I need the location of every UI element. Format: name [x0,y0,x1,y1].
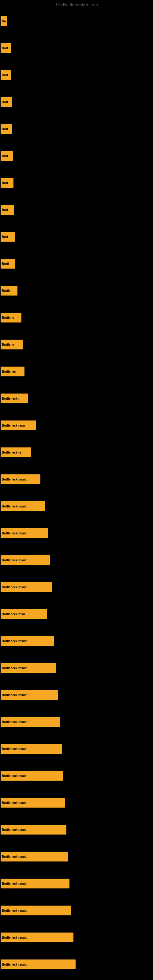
bar: Bo [1,16,7,26]
bar-label: Bottleneck result [2,801,27,805]
bar-row: Bottleneck resu [0,601,153,627]
bar-row: Bottleneck result [0,493,153,520]
bar-row: Bott [0,142,153,169]
bar: Bott [1,232,15,242]
bar-row: Bott [0,35,153,62]
bar-row: Bottleneck result [0,870,153,897]
bar-row: Bott [0,223,153,250]
bar: Bottleneck result [1,798,65,808]
bar-row: Bott [0,115,153,142]
bar-label: Bottleneck result [2,640,27,643]
bar-row: Bottleneck result [0,843,153,870]
bar-label: Bottleneck resu [2,424,25,427]
bar-label: Bottleneck result [2,882,27,885]
bar-row: Bottleneck result [0,654,153,681]
bar-label: Bott [2,235,8,239]
bar-row: Bottlene [0,304,153,331]
bar: Bottleneck result [1,905,71,915]
bar-row: Bott [0,169,153,196]
bar: Bott [1,70,11,80]
bar: Bottleneck r [1,393,28,403]
bar-label: Bottleneck result [2,720,27,724]
bar-row: Bott [0,62,153,89]
bar-label: Bott [2,181,8,185]
bar-label: Bottleneck result [2,505,27,508]
bar-row: Bottleneck result [0,762,153,789]
bar: Bott [1,124,12,134]
bar: Bottleneck result [1,690,58,700]
bar-row: Bottleneck result [0,547,153,574]
bar-label: Bottleneck result [2,531,27,535]
bar-label: Bottle [2,289,10,293]
bar-row: Bottleneck result [0,708,153,735]
bar-row: Bottleneck r [0,385,153,412]
bar: Bottleneck re [1,447,31,457]
bar: Bottlenec [1,367,24,376]
bar-label: Bottleneck result [2,667,27,670]
bar-label: Bottleneck r [2,397,19,400]
bar-label: Bo [2,20,6,23]
bar-label: Bottleneck result [2,558,27,562]
bar: Bottlene [1,313,21,323]
bar-label: Bottleneck result [2,585,27,589]
bar-row: Bottleneck result [0,627,153,654]
bar: Bottleneck result [1,528,48,538]
bar-row: Bott [0,89,153,115]
bar-row: Bottleneck resu [0,412,153,439]
bar-label: Bott [2,127,8,131]
bar: Bottleneck result [1,555,50,565]
bar: Bottleneck result [1,474,40,484]
bar-row: Bottleneck re [0,439,153,466]
bar-row: Bottleneck result [0,520,153,547]
bar-row: Bottleneck result [0,574,153,601]
bar-label: Bottleneck result [2,774,27,778]
bar-row: Bottl [0,250,153,277]
bar-row: Bottleneck result [0,816,153,843]
bar-label: Bottleneck result [2,936,27,939]
bar-label: Bottlene [2,316,14,320]
bar: Bott [1,178,13,188]
bar: Bottleneck result [1,663,56,673]
bar: Bottleneck result [1,959,76,969]
bar-label: Bottleneck result [2,855,27,858]
site-title: TheBottlenecker.com [0,0,153,8]
bar-label: Bottleneck resu [2,612,25,616]
bar-label: Bottleneck result [2,828,27,832]
bar: Bott [1,97,12,107]
bar: Bottleneck result [1,879,70,888]
bar-row: Bottleneck result [0,789,153,816]
bar-label: Bott [2,100,8,104]
bar-row: Bottlenec [0,358,153,385]
bar-label: Bottlene [2,343,14,346]
bar-label: Bott [2,208,8,212]
bar-label: Bott [2,154,8,158]
bar: Bottleneck result [1,582,52,592]
bar-label: Bott [2,46,8,50]
bar-row: Bottleneck result [0,897,153,924]
bar-label: Bottl [2,262,9,266]
bar-label: Bottleneck result [2,694,27,697]
bar-row: Bott [0,196,153,223]
bar-row: Bottleneck result [0,951,153,978]
bar: Bott [1,43,11,53]
bar-row: Bottle [0,277,153,304]
bar-row: Bo [0,8,153,35]
bar-row: Bottleneck result [0,735,153,762]
bar: Bottleneck result [1,717,60,727]
bar: Bottleneck result [1,501,45,511]
bar-label: Bottleneck re [2,451,21,454]
bar-label: Bottleneck result [2,963,27,966]
bar-label: Bottlenec [2,370,16,373]
bar: Bottl [1,259,15,269]
bar-label: Bottleneck result [2,478,27,481]
bar: Bottleneck resu [1,609,47,619]
bar: Bottleneck result [1,932,73,942]
bar-label: Bottleneck result [2,747,27,751]
bar: Bottleneck result [1,852,68,861]
bar: Bottleneck result [1,744,62,754]
bar: Bottleneck result [1,771,63,781]
bar: Bottleneck result [1,825,66,835]
bar-row: Bottleneck result [0,466,153,493]
bar: Bottle [1,286,18,296]
bar: Bottleneck resu [1,420,36,430]
